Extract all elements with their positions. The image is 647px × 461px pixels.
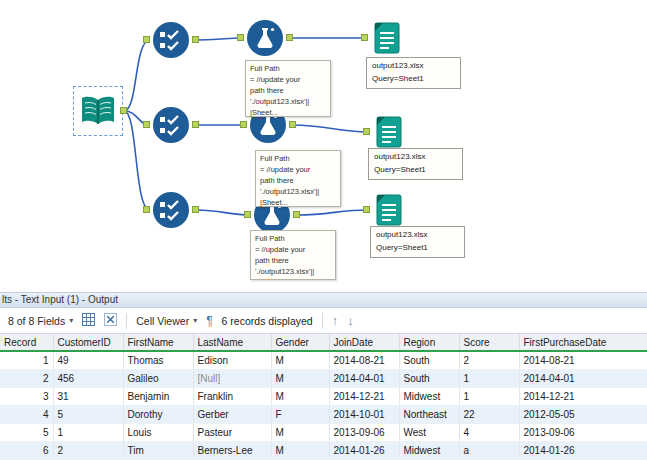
- output-anchor[interactable]: [289, 121, 296, 128]
- table-row: 2456Galileo[Null]M2014-04-01South12014-0…: [0, 369, 647, 387]
- table-cell[interactable]: Louis: [123, 423, 193, 441]
- column-header-region[interactable]: Region: [399, 334, 459, 351]
- text-input-tool[interactable]: [78, 91, 118, 131]
- select-tool-1[interactable]: [152, 21, 190, 59]
- table-cell[interactable]: 2013-09-06: [329, 423, 399, 441]
- output-anchor[interactable]: [293, 211, 300, 218]
- fields-dropdown[interactable]: 8 of 8 Fields ▾: [8, 315, 73, 327]
- output-tool-1[interactable]: [370, 20, 404, 56]
- input-anchor[interactable]: [361, 34, 368, 41]
- input-anchor[interactable]: [143, 36, 150, 43]
- table-cell[interactable]: 31: [53, 387, 123, 405]
- scroll-down-icon[interactable]: ↓: [347, 314, 354, 327]
- table-cell[interactable]: 2013-09-06: [519, 423, 647, 441]
- table-cell[interactable]: 2012-05-05: [519, 405, 647, 423]
- output-anchor[interactable]: [120, 107, 127, 114]
- select-tool-2[interactable]: [152, 106, 190, 144]
- table-cell[interactable]: [Null]: [193, 369, 271, 387]
- table-cell[interactable]: M: [271, 441, 329, 459]
- formula-annotation-1[interactable]: Full Path = //update your path there './…: [245, 60, 331, 117]
- table-cell[interactable]: West: [399, 423, 459, 441]
- table-cell[interactable]: 2014-12-21: [519, 387, 647, 405]
- workflow-canvas[interactable]: Full Path = //update your path there './…: [0, 0, 647, 292]
- table-cell[interactable]: Northeast: [399, 405, 459, 423]
- output-anchor[interactable]: [192, 36, 199, 43]
- table-cell[interactable]: Franklin: [193, 387, 271, 405]
- table-cell[interactable]: 4: [459, 423, 519, 441]
- table-cell[interactable]: 5: [53, 405, 123, 423]
- results-table: RecordCustomerIDFirstNameLastNameGenderJ…: [0, 334, 647, 460]
- select-tool-3[interactable]: [152, 191, 190, 229]
- results-table-body: 149ThomasEdisonM2014-08-21South22014-08-…: [0, 351, 647, 459]
- column-header-gender[interactable]: Gender: [271, 334, 329, 351]
- table-cell[interactable]: Gerber: [193, 405, 271, 423]
- input-anchor[interactable]: [363, 206, 370, 213]
- output-anchor[interactable]: [192, 206, 199, 213]
- table-cell[interactable]: 2014-04-01: [519, 369, 647, 387]
- table-cell[interactable]: 1: [459, 369, 519, 387]
- table-cell[interactable]: 2014-01-26: [329, 441, 399, 459]
- column-header-firstname[interactable]: FirstName: [123, 334, 193, 351]
- table-cell[interactable]: 22: [459, 405, 519, 423]
- table-cell[interactable]: Edison: [193, 351, 271, 369]
- table-cell[interactable]: 49: [53, 351, 123, 369]
- table-cell[interactable]: South: [399, 351, 459, 369]
- table-cell[interactable]: 2014-12-21: [329, 387, 399, 405]
- output-tool-2[interactable]: [372, 114, 406, 150]
- table-cell[interactable]: 2014-08-21: [329, 351, 399, 369]
- table-cell[interactable]: Pasteur: [193, 423, 271, 441]
- results-toolbar: 8 of 8 Fields ▾ Cell Viewer ▾ ¶ 6 record…: [0, 308, 647, 334]
- output-anchor[interactable]: [286, 34, 293, 41]
- scroll-up-icon[interactable]: ↑: [332, 314, 339, 327]
- table-cell[interactable]: 456: [53, 369, 123, 387]
- table-cell[interactable]: Midwest: [399, 387, 459, 405]
- column-header-score[interactable]: Score: [459, 334, 519, 351]
- table-cell[interactable]: Benjamin: [123, 387, 193, 405]
- output-tool-3[interactable]: [372, 192, 406, 228]
- paragraph-mark-icon[interactable]: ¶: [206, 314, 212, 328]
- table-cell[interactable]: Midwest: [399, 441, 459, 459]
- record-number-cell: 4: [0, 405, 53, 423]
- data-grid-icon[interactable]: [82, 313, 95, 328]
- table-cell[interactable]: Dorothy: [123, 405, 193, 423]
- table-cell[interactable]: South: [399, 369, 459, 387]
- formula-annotation-2[interactable]: Full Path = //update your path there './…: [255, 150, 341, 207]
- input-anchor[interactable]: [244, 211, 251, 218]
- column-header-firstpurchasedate[interactable]: FirstPurchaseDate: [519, 334, 647, 351]
- column-header-customerid[interactable]: CustomerID: [53, 334, 123, 351]
- table-cell[interactable]: Galileo: [123, 369, 193, 387]
- table-cell[interactable]: 1: [459, 387, 519, 405]
- output-anchor[interactable]: [192, 121, 199, 128]
- table-cell[interactable]: a: [459, 441, 519, 459]
- output-annotation-3[interactable]: output123.xlsx Query=Sheet1: [370, 226, 465, 258]
- input-anchor[interactable]: [237, 34, 244, 41]
- table-cell[interactable]: 2014-04-01: [329, 369, 399, 387]
- column-header-joindate[interactable]: JoinDate: [329, 334, 399, 351]
- clear-icon[interactable]: [104, 313, 117, 328]
- table-cell[interactable]: 2: [459, 351, 519, 369]
- cell-viewer-dropdown[interactable]: Cell Viewer ▾: [136, 315, 197, 327]
- input-anchor[interactable]: [143, 121, 150, 128]
- table-cell[interactable]: M: [271, 387, 329, 405]
- input-anchor[interactable]: [363, 128, 370, 135]
- column-header-lastname[interactable]: LastName: [193, 334, 271, 351]
- column-header-record[interactable]: Record: [0, 334, 53, 351]
- table-cell[interactable]: 2014-01-26: [519, 441, 647, 459]
- table-cell[interactable]: 2014-08-21: [519, 351, 647, 369]
- formula-tool-1[interactable]: [246, 19, 284, 57]
- table-cell[interactable]: 2014-10-01: [329, 405, 399, 423]
- table-cell[interactable]: M: [271, 351, 329, 369]
- table-cell[interactable]: F: [271, 405, 329, 423]
- output-annotation-2[interactable]: output123.xlsx Query=Sheet1: [368, 148, 463, 180]
- table-cell[interactable]: M: [271, 423, 329, 441]
- table-cell[interactable]: 1: [53, 423, 123, 441]
- table-cell[interactable]: Berners-Lee: [193, 441, 271, 459]
- table-cell[interactable]: Tim: [123, 441, 193, 459]
- input-anchor[interactable]: [240, 121, 247, 128]
- table-cell[interactable]: M: [271, 369, 329, 387]
- table-cell[interactable]: Thomas: [123, 351, 193, 369]
- output-annotation-1[interactable]: output123.xlsx Query=Sheet1: [366, 57, 461, 89]
- table-cell[interactable]: 2: [53, 441, 123, 459]
- formula-annotation-3[interactable]: Full Path = //update your path there './…: [250, 230, 336, 280]
- input-anchor[interactable]: [143, 206, 150, 213]
